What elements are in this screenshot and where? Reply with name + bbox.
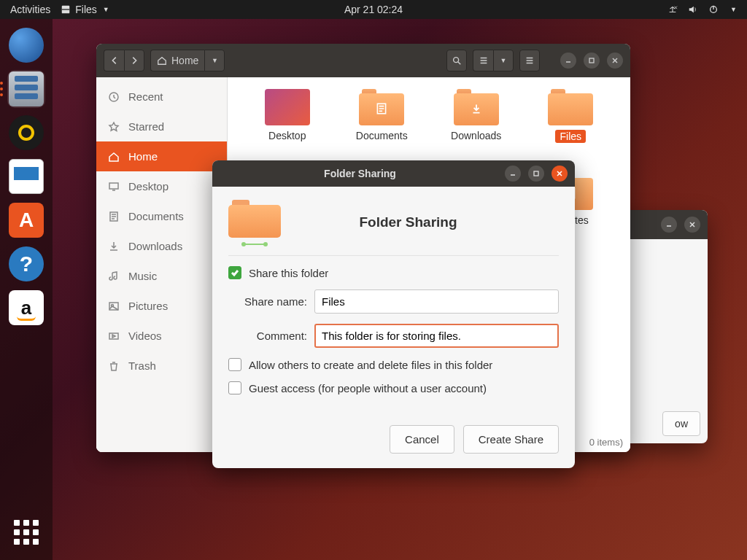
sidebar-item-trash[interactable]: Trash [96, 351, 227, 381]
back-button[interactable] [104, 50, 124, 71]
svg-rect-26 [109, 333, 118, 339]
folder-icon [265, 89, 310, 125]
cancel-button[interactable]: Cancel [390, 425, 454, 454]
view-dropdown[interactable]: ▼ [493, 50, 514, 71]
clock-icon [108, 91, 120, 103]
share-folder-label: Share this folder [249, 267, 328, 279]
files-cabinet-icon [61, 4, 71, 15]
videos-icon [108, 330, 120, 342]
sidebar-item-starred[interactable]: Starred [96, 112, 227, 141]
close-button[interactable] [684, 217, 700, 233]
file-label: Files [555, 130, 586, 143]
sidebar-item-recent[interactable]: Recent [96, 82, 227, 112]
star-icon [108, 121, 120, 133]
minimize-button[interactable] [560, 52, 576, 69]
comment-input[interactable] [314, 324, 559, 348]
folder-icon [548, 89, 593, 125]
sidebar-item-videos[interactable]: Videos [96, 321, 227, 351]
file-item-files[interactable]: Files [526, 89, 616, 169]
list-icon [479, 55, 489, 66]
music-icon [108, 271, 120, 282]
dock-rhythmbox[interactable] [7, 114, 45, 152]
dock-ubuntu-software[interactable]: A [7, 201, 45, 239]
power-icon [708, 4, 719, 15]
file-label: Downloads [451, 130, 501, 141]
share-name-input[interactable] [314, 289, 559, 314]
view-list-button[interactable] [473, 50, 493, 71]
home-icon [157, 55, 167, 66]
file-item-documents[interactable]: Documents [337, 89, 427, 169]
sidebar-item-desktop[interactable]: Desktop [96, 171, 227, 201]
maximize-button[interactable] [584, 52, 600, 69]
share-name-label: Share name: [228, 295, 307, 308]
close-button[interactable] [551, 166, 568, 182]
svg-rect-1 [62, 9, 70, 9]
close-button[interactable] [607, 52, 623, 69]
pathbar-home[interactable]: Home [150, 50, 204, 71]
svg-rect-18 [589, 58, 594, 63]
files-headerbar: Home ▼ ▼ [96, 44, 630, 77]
sidebar-item-home[interactable]: Home [96, 141, 227, 171]
dock-libreoffice-writer[interactable] [7, 158, 45, 195]
dock: A ? a [0, 19, 53, 560]
chevron-down-icon: ▼ [730, 6, 737, 13]
guest-access-checkbox[interactable] [228, 381, 241, 394]
folder-icon [359, 89, 404, 125]
pathbar-dropdown[interactable]: ▼ [204, 50, 225, 71]
show-applications-button[interactable] [9, 515, 44, 550]
sidebar-item-label: Home [128, 150, 158, 163]
dock-amazon[interactable]: a [7, 289, 45, 327]
file-item-downloads[interactable]: Downloads [431, 89, 522, 169]
hamburger-menu[interactable] [519, 50, 540, 71]
allow-others-label: Allow others to create and delete files … [249, 359, 492, 371]
downloads-icon [108, 241, 120, 252]
separator [228, 255, 559, 256]
gnome-topbar: Activities Files ▼ Apr 21 02:24 ▼ [0, 0, 747, 19]
folder-icon [454, 89, 499, 125]
maximize-button[interactable] [528, 166, 544, 182]
guest-access-label: Guest access (for people without a user … [249, 382, 487, 394]
share-folder-checkbox[interactable] [228, 266, 241, 279]
home-icon [108, 151, 120, 163]
sidebar-item-label: Music [128, 270, 157, 282]
app-menu[interactable]: Files ▼ [61, 4, 109, 15]
sidebar-item-label: Recent [128, 90, 163, 103]
sidebar-item-label: Videos [128, 330, 162, 342]
sidebar-item-pictures[interactable]: Pictures [96, 291, 227, 321]
create-share-button[interactable]: Create Share [463, 425, 559, 454]
pictures-icon [108, 300, 120, 312]
allow-others-checkbox[interactable] [228, 358, 241, 371]
clock[interactable]: Apr 21 02:24 [344, 4, 403, 15]
dialog-heading: Folder Sharing [294, 214, 559, 230]
dock-help[interactable]: ? [7, 245, 45, 283]
sidebar-item-downloads[interactable]: Downloads [96, 231, 227, 261]
trash-icon [108, 360, 120, 372]
desktop-icon [108, 181, 120, 192]
bg-window-button[interactable]: ow [662, 411, 700, 436]
svg-line-10 [458, 62, 461, 65]
network-icon [667, 4, 678, 15]
activities-button[interactable]: Activities [10, 4, 50, 15]
shared-folder-icon [228, 200, 281, 245]
sidebar-item-music[interactable]: Music [96, 261, 227, 291]
sidebar-item-label: Pictures [128, 300, 168, 312]
sidebar-item-label: Downloads [128, 240, 182, 252]
minimize-button[interactable] [505, 166, 521, 182]
pathbar-label: Home [171, 55, 198, 66]
minimize-button[interactable] [661, 217, 677, 233]
file-item-desktop[interactable]: Desktop [242, 89, 333, 169]
dock-files[interactable] [7, 70, 45, 108]
search-button[interactable] [446, 50, 467, 71]
file-label: Desktop [268, 130, 306, 141]
svg-rect-31 [534, 171, 538, 176]
documents-icon [108, 211, 120, 222]
sidebar-item-label: Starred [128, 120, 164, 133]
files-sidebar: RecentStarredHomeDesktopDocumentsDownloa… [96, 77, 228, 452]
forward-button[interactable] [124, 50, 144, 71]
system-tray[interactable]: ▼ [667, 4, 747, 15]
sidebar-item-label: Desktop [128, 180, 169, 192]
dialog-title: Folder Sharing [220, 168, 500, 179]
sidebar-item-label: Documents [128, 210, 184, 222]
dock-thunderbird[interactable] [7, 26, 45, 64]
sidebar-item-documents[interactable]: Documents [96, 201, 227, 231]
